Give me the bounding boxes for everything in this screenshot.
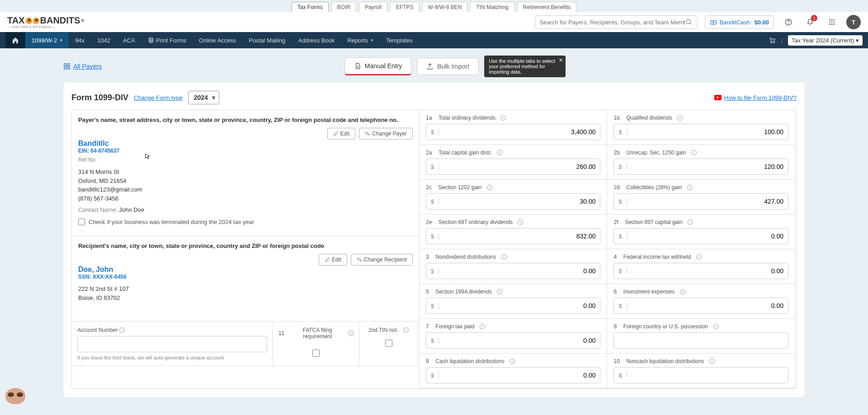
info-icon[interactable]: i: [713, 324, 719, 329]
apps-button[interactable]: [825, 15, 839, 29]
apps-icon: [828, 19, 835, 26]
svg-rect-22: [64, 67, 66, 69]
nav-reports[interactable]: Reports: [341, 33, 380, 48]
info-icon[interactable]: i: [119, 327, 125, 333]
nav-1099-w-2[interactable]: 1099/W-2: [25, 33, 69, 48]
field-2b-input[interactable]: [627, 159, 788, 174]
field-7-input[interactable]: [439, 333, 600, 348]
print-icon: [148, 37, 154, 43]
avatar[interactable]: T: [846, 15, 861, 29]
info-icon[interactable]: i: [403, 327, 409, 333]
info-icon[interactable]: i: [687, 185, 693, 190]
search-icon: [685, 19, 693, 26]
field-2e-input[interactable]: [439, 228, 600, 244]
field-9-input[interactable]: [439, 368, 600, 383]
payer-ein: EIN: 64-6745637: [78, 148, 413, 154]
top-tab-payroll[interactable]: Payroll: [359, 2, 387, 12]
field-2f-input[interactable]: [627, 228, 788, 244]
import-tooltip: Use the multiple tabs to select your pre…: [484, 56, 566, 77]
info-icon[interactable]: i: [349, 331, 354, 336]
account-number-input[interactable]: [77, 336, 267, 352]
info-icon[interactable]: i: [518, 219, 523, 225]
field-10-input[interactable]: [627, 368, 788, 383]
field-6-input[interactable]: [627, 298, 788, 313]
field-3-input[interactable]: [439, 263, 600, 279]
info-icon[interactable]: i: [680, 289, 685, 294]
nav-aca[interactable]: ACA: [117, 33, 142, 48]
second-tin-checkbox[interactable]: [385, 340, 392, 347]
mascot-icon[interactable]: [5, 388, 27, 404]
svg-point-12: [829, 23, 830, 25]
top-tab-tax-forms[interactable]: Tax Forms: [292, 2, 329, 12]
field-2d-input[interactable]: [627, 194, 788, 209]
all-payers-link[interactable]: All Payers: [63, 63, 102, 70]
nav-postal-mailing[interactable]: Postal Mailing: [242, 33, 292, 48]
info-icon[interactable]: i: [696, 254, 702, 260]
info-icon[interactable]: i: [691, 150, 697, 155]
field-2f: 2f Section 897 capital gain i$: [607, 214, 795, 249]
top-tab-retirement-benefits[interactable]: Retirement Benefits: [517, 2, 576, 12]
edit-recipient-button[interactable]: Edit: [319, 254, 347, 266]
info-icon[interactable]: i: [709, 359, 715, 364]
info-icon[interactable]: i: [688, 219, 693, 225]
field-2d: 2d Collectibles (28%) gain i$: [607, 179, 795, 214]
top-tab-boir[interactable]: BOIR: [331, 2, 356, 12]
field-5-input[interactable]: [439, 298, 600, 313]
svg-line-1: [690, 23, 691, 24]
field-2c: 2c Section 1202 gain i$: [419, 179, 608, 214]
terminated-checkbox[interactable]: [78, 219, 85, 225]
field-9: 9 Cash liquidation distributions i$: [419, 353, 608, 388]
info-icon[interactable]: i: [487, 185, 492, 190]
field-1b-input[interactable]: [627, 124, 788, 140]
info-icon[interactable]: i: [497, 150, 502, 155]
field-8-input[interactable]: [613, 332, 788, 349]
manual-entry-tab[interactable]: Manual Entry: [344, 57, 411, 75]
logo[interactable]: TAX BANDITS® — Your 1099 & W2 Experts —: [7, 15, 84, 29]
info-icon[interactable]: i: [497, 289, 502, 294]
payer-name: Banditllc: [78, 140, 413, 148]
change-recipient-button[interactable]: Change Recipient: [351, 254, 413, 266]
field-2a-input[interactable]: [439, 159, 600, 174]
info-icon[interactable]: i: [509, 359, 515, 364]
nav-home[interactable]: [5, 32, 25, 48]
top-tab-eftps[interactable]: EFTPS: [390, 2, 420, 12]
top-tab-w-9-w-8-ben[interactable]: W-9/W-8 BEN: [422, 2, 468, 12]
bulk-import-tab[interactable]: Bulk Import: [417, 58, 479, 75]
svg-point-0: [686, 19, 690, 23]
nav-94x[interactable]: 94x: [69, 33, 91, 48]
nav-address-book[interactable]: Address Book: [292, 33, 341, 48]
svg-point-11: [833, 22, 835, 23]
svg-rect-20: [64, 64, 66, 66]
change-form-type-link[interactable]: Change Form type: [134, 94, 183, 101]
cart-icon[interactable]: [769, 37, 776, 44]
upload-icon: [426, 63, 434, 70]
tooltip-close[interactable]: ✕: [559, 57, 563, 63]
nav-templates[interactable]: Templates: [380, 33, 419, 48]
svg-point-13: [831, 23, 833, 25]
payer-section-title: Payer's name, street address, city or to…: [78, 117, 413, 123]
tax-year-select[interactable]: Tax Year 2024 (Current) ▾: [788, 35, 863, 46]
search-input[interactable]: [540, 19, 685, 26]
top-tab-tin-matching[interactable]: TIN Matching: [470, 2, 514, 12]
notifications-button[interactable]: 1: [803, 15, 817, 29]
info-icon[interactable]: i: [501, 254, 507, 260]
field-3: 3 Nondividend distributions i$: [419, 249, 608, 284]
how-to-file-link[interactable]: How to file Form 1099-DIV?: [714, 94, 797, 101]
info-icon[interactable]: i: [677, 115, 683, 121]
field-1a-input[interactable]: [439, 124, 600, 140]
field-4-input[interactable]: [627, 263, 788, 279]
change-payer-button[interactable]: Change Payer: [359, 128, 413, 140]
nav-1042[interactable]: 1042: [91, 33, 117, 48]
bandit-cash[interactable]: BanditCash:$0.00: [705, 15, 774, 29]
info-icon[interactable]: i: [480, 324, 485, 329]
nav-online-access[interactable]: Online Access: [193, 33, 242, 48]
field-2c-input[interactable]: [439, 194, 600, 209]
info-icon[interactable]: i: [500, 115, 506, 121]
help-button[interactable]: [781, 15, 796, 29]
edit-payer-button[interactable]: Edit: [327, 128, 356, 140]
field-2b: 2b Unrecap. Sec. 1250 gain i$: [607, 145, 795, 180]
fatca-checkbox[interactable]: [312, 350, 320, 357]
search-input-wrap[interactable]: [535, 15, 698, 29]
nav-print-forms[interactable]: Print Forms: [142, 33, 193, 48]
form-year-select[interactable]: 2024: [188, 91, 219, 104]
